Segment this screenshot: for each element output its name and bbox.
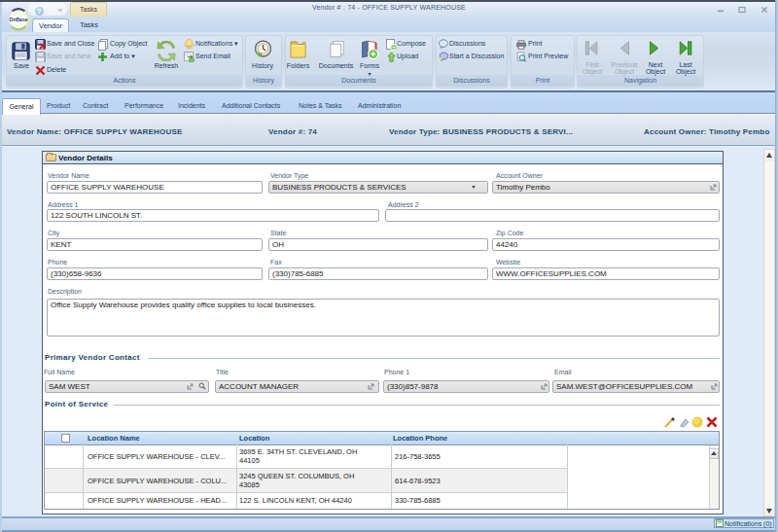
svg-text:OnBase: OnBase — [10, 17, 28, 22]
